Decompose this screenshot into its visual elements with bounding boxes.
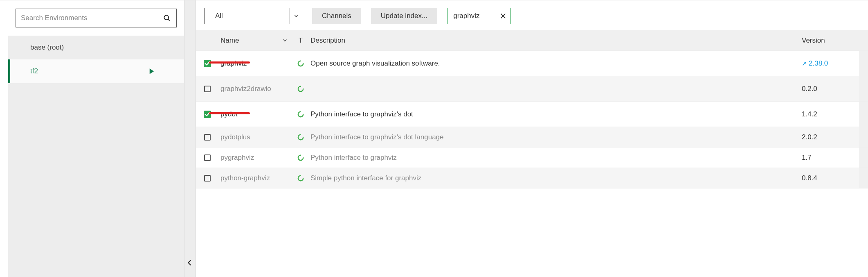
env-list: base (root) tf2 <box>8 36 184 83</box>
play-icon[interactable] <box>148 68 155 75</box>
row-version: 2.0.2 <box>802 133 859 141</box>
header-description-label: Description <box>310 36 345 44</box>
search-icon <box>162 14 171 23</box>
clear-search-icon[interactable] <box>497 13 506 19</box>
filter-dropdown-label: All <box>205 12 290 20</box>
env-search-input[interactable] <box>21 14 162 22</box>
collapse-sidebar-button[interactable] <box>186 259 193 266</box>
row-type-icon <box>292 154 309 161</box>
environments-sidebar: base (root) tf2 <box>8 0 184 277</box>
table-header-row: Name T Description Version <box>196 30 868 51</box>
env-item-label: base (root) <box>30 43 64 52</box>
scrollbar-gutter <box>859 76 868 101</box>
row-checkbox[interactable] <box>196 175 219 182</box>
row-name: pydotplus <box>219 133 292 141</box>
packages-panel: All Channels Update index... <box>196 0 868 277</box>
packages-table: Name T Description Version <box>196 30 868 277</box>
row-version: 1.7 <box>802 154 859 162</box>
filter-dropdown[interactable]: All <box>204 8 302 24</box>
annotation-underline <box>209 61 250 64</box>
table-row[interactable]: pygraphvizPython interface to graphviz1.… <box>196 148 868 168</box>
checkbox-empty-icon <box>204 86 211 92</box>
loading-ring-icon <box>297 134 304 141</box>
row-type-icon <box>292 86 309 92</box>
row-version: 0.8.4 <box>802 174 859 182</box>
row-checkbox[interactable] <box>196 60 219 67</box>
row-type-icon <box>292 134 309 141</box>
row-checkbox[interactable] <box>196 86 219 92</box>
header-type-label: T <box>299 37 303 44</box>
row-description: Simple python interface for graphviz <box>309 174 802 182</box>
checkbox-empty-icon <box>204 175 211 182</box>
row-checkbox[interactable] <box>196 111 219 118</box>
scrollbar-gutter <box>859 127 868 147</box>
row-description: Python interface to graphviz's dot <box>309 110 802 118</box>
loading-ring-icon <box>297 86 304 92</box>
loading-ring-icon <box>297 60 304 67</box>
sidebar-search-wrap <box>8 0 184 36</box>
app-root: base (root) tf2 All <box>0 0 868 277</box>
chevron-down-icon <box>290 8 302 24</box>
channels-button[interactable]: Channels <box>312 8 361 24</box>
scrollbar-gutter <box>859 102 868 127</box>
row-type-icon <box>292 111 309 118</box>
env-item-base[interactable]: base (root) <box>8 36 184 59</box>
checkbox-empty-icon <box>204 154 211 161</box>
annotation-underline <box>209 112 250 114</box>
row-type-icon <box>292 175 309 182</box>
scrollbar-gutter <box>859 168 868 188</box>
loading-ring-icon <box>297 154 304 161</box>
row-description: Python interface to graphviz <box>309 154 802 162</box>
header-name[interactable]: Name <box>219 36 292 45</box>
env-item-label: tf2 <box>30 67 38 75</box>
svg-line-1 <box>168 19 170 21</box>
external-link-icon: ↗ <box>802 60 807 67</box>
loading-ring-icon <box>297 175 304 182</box>
package-search-field[interactable] <box>447 8 511 24</box>
row-description: Open source graph visualization software… <box>309 59 802 68</box>
row-version: 1.4.2 <box>802 110 859 118</box>
row-checkbox[interactable] <box>196 134 219 141</box>
table-row[interactable]: python-graphvizSimple python interface f… <box>196 168 868 188</box>
header-version-label: Version <box>802 36 825 44</box>
package-search-input[interactable] <box>453 12 497 20</box>
row-version[interactable]: ↗2.38.0 <box>802 59 859 68</box>
checkbox-checked-icon <box>204 60 211 67</box>
table-row[interactable]: graphvizOpen source graph visualization … <box>196 51 868 76</box>
row-name: pydot <box>219 110 292 118</box>
env-item-tf2[interactable]: tf2 <box>8 59 184 83</box>
row-description: Python interface to graphviz's dot langu… <box>309 133 802 141</box>
table-row[interactable]: pydotPython interface to graphviz's dot1… <box>196 102 868 127</box>
row-type-icon <box>292 60 309 67</box>
header-version[interactable]: Version <box>802 36 859 45</box>
loading-ring-icon <box>297 111 304 118</box>
checkbox-checked-icon <box>204 111 211 118</box>
row-name: pygraphviz <box>219 154 292 162</box>
chevron-down-icon <box>282 38 288 43</box>
checkbox-empty-icon <box>204 134 211 141</box>
update-index-button[interactable]: Update index... <box>371 8 437 24</box>
packages-toolbar: All Channels Update index... <box>196 0 868 30</box>
scrollbar-gutter <box>859 51 868 76</box>
svg-marker-2 <box>150 68 154 74</box>
header-description[interactable]: Description <box>309 36 802 45</box>
sidebar-splitter[interactable] <box>184 0 196 277</box>
scrollbar-gutter <box>859 148 868 168</box>
table-row[interactable]: graphviz2drawio0.2.0 <box>196 76 868 102</box>
row-version: 0.2.0 <box>802 85 859 93</box>
env-search-field[interactable] <box>16 9 177 27</box>
header-name-label: Name <box>220 36 239 45</box>
row-name: graphviz2drawio <box>219 85 292 93</box>
header-type[interactable]: T <box>292 37 309 44</box>
scrollbar-gutter <box>859 30 868 50</box>
table-row[interactable]: pydotplusPython interface to graphviz's … <box>196 127 868 148</box>
row-name: python-graphviz <box>219 174 292 182</box>
svg-point-0 <box>164 15 169 20</box>
row-name: graphviz <box>219 59 292 68</box>
row-checkbox[interactable] <box>196 154 219 161</box>
